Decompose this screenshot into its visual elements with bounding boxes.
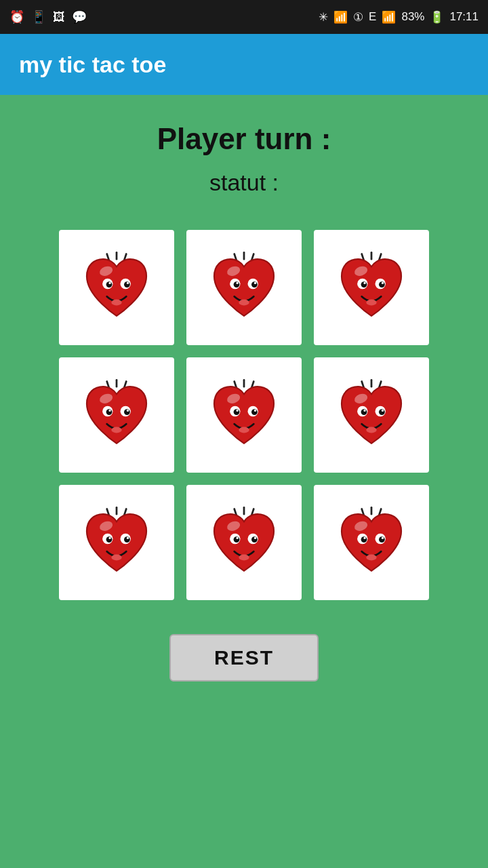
player-turn-label: Player turn : [157,122,331,156]
svg-point-65 [366,427,376,433]
svg-point-42 [127,410,129,412]
app-title: my tic tac toe [19,52,166,78]
game-grid [59,230,429,600]
bluetooth-icon: ✳ [319,10,328,24]
status-bar-right-icons: ✳ 📶 ① E 📶 83% 🔋 17:11 [319,10,479,24]
main-content: Player turn : statut : [0,95,488,868]
cell-2[interactable] [314,230,429,345]
svg-point-54 [239,427,249,433]
svg-point-53 [254,410,256,412]
svg-point-52 [236,410,238,412]
status-bar-left-icons: ⏰ 📱 🖼 💬 [9,9,87,24]
battery-icon: 🔋 [430,10,444,24]
svg-point-9 [127,282,129,284]
svg-point-87 [239,555,249,561]
svg-point-21 [239,300,249,306]
wifi-icon: 📶 [333,10,348,24]
cell-4[interactable] [186,357,302,473]
cell-1[interactable] [186,230,302,345]
wechat-icon: 💬 [72,9,87,24]
sim-icon: ① [353,10,363,24]
svg-point-63 [363,410,365,412]
time-label: 17:11 [449,10,479,24]
svg-point-41 [108,410,110,412]
cell-7[interactable] [186,485,302,600]
svg-point-85 [236,537,238,539]
signal-e-icon: E [369,10,376,24]
statut-label: statut : [209,170,279,196]
svg-point-74 [108,537,110,539]
cell-0[interactable] [59,230,174,345]
image-icon: 🖼 [53,10,65,24]
svg-point-75 [127,537,129,539]
svg-point-76 [111,555,121,561]
svg-point-96 [363,537,365,539]
cell-5[interactable] [314,357,429,473]
cell-8[interactable] [314,485,429,600]
svg-point-98 [366,555,376,561]
alarm-icon: ⏰ [9,9,24,24]
svg-point-31 [382,282,384,284]
svg-point-64 [382,410,384,412]
signal-icon: 📶 [382,10,396,24]
cell-6[interactable] [59,485,174,600]
rest-button[interactable]: REST [169,634,319,682]
svg-point-30 [363,282,365,284]
app-bar: my tic tac toe [0,34,488,95]
svg-point-32 [366,300,376,306]
whatsapp-icon: 📱 [31,9,46,24]
svg-point-20 [254,282,256,284]
cell-3[interactable] [59,357,174,473]
battery-label: 83% [401,10,424,24]
svg-point-10 [111,300,121,306]
svg-point-86 [254,537,256,539]
status-bar: ⏰ 📱 🖼 💬 ✳ 📶 ① E 📶 83% 🔋 17:11 [0,0,488,34]
svg-point-19 [236,282,238,284]
svg-point-8 [108,282,110,284]
svg-point-97 [382,537,384,539]
svg-point-43 [111,427,121,433]
